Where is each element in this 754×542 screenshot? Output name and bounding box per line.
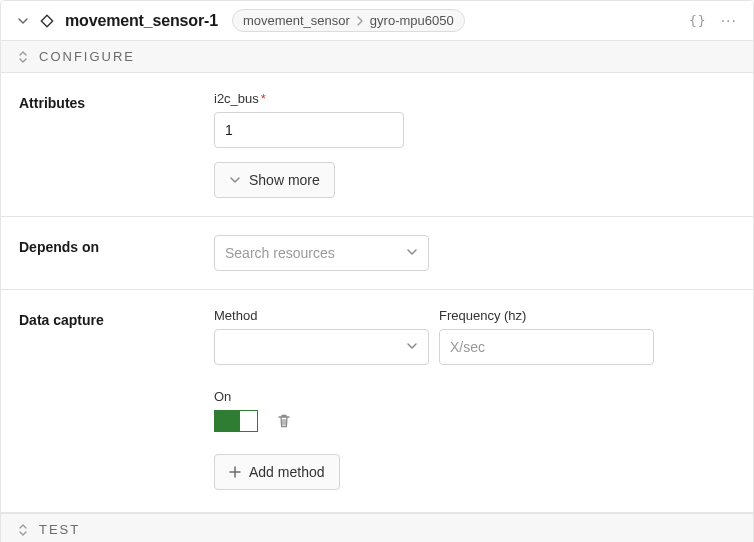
chevron-right-icon	[356, 16, 364, 26]
search-resources-select[interactable]: Search resources	[214, 235, 429, 271]
chevron-down-icon	[406, 245, 418, 261]
search-resources-placeholder: Search resources	[225, 245, 335, 261]
chevron-down-icon	[406, 339, 418, 355]
test-label: TEST	[39, 522, 80, 537]
add-method-button[interactable]: Add method	[214, 454, 340, 490]
chevron-down-icon	[229, 174, 241, 186]
breadcrumb-model: gyro-mpu6050	[370, 13, 454, 28]
frequency-label: Frequency (hz)	[439, 308, 654, 323]
depends-on-section-label: Depends on	[19, 235, 214, 255]
plus-icon	[229, 466, 241, 478]
method-label: Method	[214, 308, 429, 323]
attributes-row: Attributes i2c_bus* Show more	[1, 73, 753, 217]
more-menu-icon[interactable]: ···	[721, 13, 737, 29]
on-label: On	[214, 389, 737, 404]
data-capture-on-toggle[interactable]	[214, 410, 258, 432]
json-view-button[interactable]: {}	[689, 13, 707, 28]
collapse-section-icon	[17, 50, 29, 64]
expand-section-icon	[17, 523, 29, 537]
method-select[interactable]	[214, 329, 429, 365]
add-method-label: Add method	[249, 464, 325, 480]
frequency-input[interactable]	[439, 329, 654, 365]
component-header: movement_sensor-1 movement_sensor gyro-m…	[1, 1, 753, 40]
test-section-header[interactable]: TEST	[1, 513, 753, 542]
configure-section-header[interactable]: CONFIGURE	[1, 40, 753, 73]
component-name: movement_sensor-1	[65, 12, 218, 30]
collapse-chevron-icon[interactable]	[17, 15, 29, 27]
i2c-bus-label: i2c_bus*	[214, 91, 737, 106]
data-capture-row: Data capture Method Frequency (hz)	[1, 290, 753, 513]
depends-on-row: Depends on Search resources	[1, 217, 753, 290]
i2c-bus-input[interactable]	[214, 112, 404, 148]
delete-capture-button[interactable]	[276, 413, 292, 429]
data-capture-section-label: Data capture	[19, 308, 214, 328]
show-more-button[interactable]: Show more	[214, 162, 335, 198]
show-more-label: Show more	[249, 172, 320, 188]
type-model-breadcrumb: movement_sensor gyro-mpu6050	[232, 9, 465, 32]
component-type-icon	[39, 13, 55, 29]
attributes-section-label: Attributes	[19, 91, 214, 111]
svg-rect-0	[41, 15, 52, 26]
breadcrumb-type: movement_sensor	[243, 13, 350, 28]
configure-label: CONFIGURE	[39, 49, 135, 64]
